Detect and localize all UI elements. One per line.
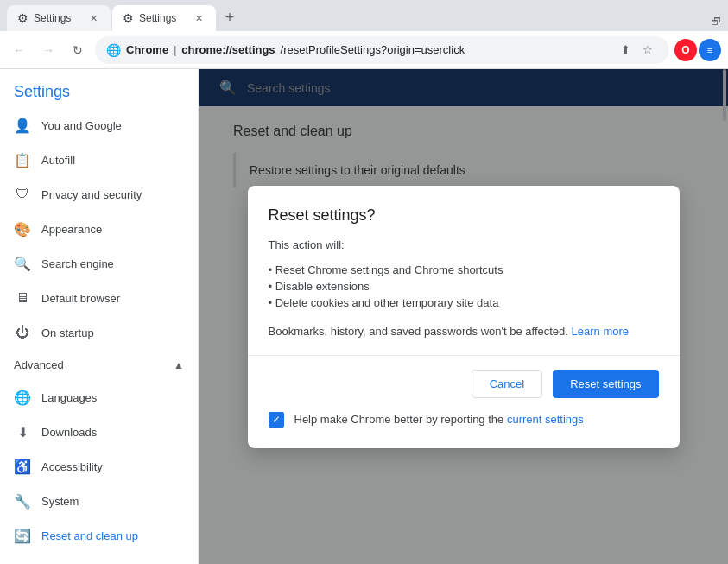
sidebar-item-system[interactable]: 🔧 System [0,484,198,518]
dialog-title: Reset settings? [269,206,659,225]
autofill-icon: 📋 [14,152,31,168]
privacy-icon: 🛡 [14,187,31,202]
refresh-icon: ↻ [73,43,83,57]
address-icons: ⬆ ☆ [615,40,658,60]
overlay: Reset settings? This action will: • Rese… [199,69,728,564]
address-separator: | [174,44,176,56]
tab-title-1: Settings [34,12,81,24]
advanced-expand-icon: ▲ [174,359,184,371]
sidebar-label-accessibility: Accessibility [41,460,184,473]
dialog-checkbox-row: ✓ Help make Chrome better by reporting t… [269,412,659,428]
default-browser-icon: 🖥 [14,290,31,306]
sidebar-item-downloads[interactable]: ⬇ Downloads [0,415,198,449]
dialog-note: Bookmarks, history, and saved passwords … [269,325,659,338]
toolbar-icons: O ≡ [674,39,721,61]
tab-bar: ⚙ Settings ✕ ⚙ Settings ✕ + 🗗 [0,0,728,31]
sidebar: Settings 👤 You and Google 📋 Autofill 🛡 P… [0,69,199,564]
profile-button[interactable]: ≡ [699,39,721,61]
checkbox-text: Help make Chrome better by reporting the… [294,413,584,426]
languages-icon: 🌐 [14,390,31,406]
tab-favicon-2: ⚙ [123,11,134,25]
cancel-button[interactable]: Cancel [472,370,542,398]
sidebar-title: Settings [0,69,198,108]
sidebar-item-accessibility[interactable]: ♿ Accessibility [0,449,198,484]
dialog-list-item-1: • Reset Chrome settings and Chrome short… [269,262,659,278]
refresh-button[interactable]: ↻ [66,38,90,62]
bookmark-icon[interactable]: ☆ [637,40,658,60]
dialog-divider [248,355,680,356]
dialog-note-text: Bookmarks, history, and saved passwords … [269,325,568,338]
learn-more-link[interactable]: Learn more [572,325,629,338]
sidebar-label-appearance: Appearance [41,223,184,236]
address-input[interactable]: 🌐 Chrome | chrome://settings /resetProfi… [95,36,669,64]
address-site: Chrome [126,43,168,56]
checkbox-text-before: Help make Chrome better by reporting the [294,413,504,426]
tab-title-2: Settings [139,12,187,24]
tab-close-1[interactable]: ✕ [86,11,100,25]
sidebar-label-downloads: Downloads [41,426,184,439]
help-chrome-checkbox[interactable]: ✓ [269,412,284,428]
tab-active[interactable]: ⚙ Settings ✕ [112,5,216,31]
sidebar-item-appearance[interactable]: 🎨 Appearance [0,212,198,246]
address-bar: ← → ↻ 🌐 Chrome | chrome://settings /rese… [0,31,728,69]
sidebar-item-autofill[interactable]: 📋 Autofill [0,143,198,177]
tab-favicon-1: ⚙ [17,11,28,25]
dialog-list-item-2: • Disable extensions [269,278,659,295]
sidebar-label-search-engine: Search engine [41,257,184,270]
sidebar-label-privacy: Privacy and security [41,188,184,201]
tab-inactive[interactable]: ⚙ Settings ✕ [7,5,111,31]
main-content: Settings 👤 You and Google 📋 Autofill 🛡 P… [0,69,728,564]
browser-frame: ⚙ Settings ✕ ⚙ Settings ✕ + 🗗 ← → ↻ 🌐 Ch… [0,0,728,564]
sidebar-item-you-google[interactable]: 👤 You and Google [0,108,198,143]
sidebar-item-privacy-security[interactable]: 🛡 Privacy and security [0,177,198,212]
share-icon[interactable]: ⬆ [615,40,636,60]
reset-settings-button[interactable]: Reset settings [553,370,658,398]
sidebar-item-default-browser[interactable]: 🖥 Default browser [0,281,198,315]
forward-button[interactable]: → [36,38,60,62]
on-startup-icon: ⏻ [14,325,31,340]
appearance-icon: 🎨 [14,221,31,238]
tab-bar-right: 🗗 [711,16,721,31]
new-tab-button[interactable]: + [218,5,242,29]
accessibility-icon: ♿ [14,459,31,475]
address-path: /resetProfileSettings?origin=userclick [281,43,465,56]
dialog-list: • Reset Chrome settings and Chrome short… [269,262,659,311]
reset-settings-dialog: Reset settings? This action will: • Rese… [248,186,680,448]
opera-button[interactable]: O [674,39,697,61]
sidebar-item-languages[interactable]: 🌐 Languages [0,380,198,415]
reset-cleanup-icon: 🔄 [14,528,31,544]
sidebar-advanced-label: Advanced [14,358,163,371]
current-settings-link[interactable]: current settings [507,413,584,426]
dialog-subtitle: This action will: [269,238,659,251]
downloads-icon: ⬇ [14,424,31,440]
dialog-actions: Cancel Reset settings [269,370,659,398]
sidebar-label-reset-cleanup: Reset and clean up [41,529,184,542]
search-engine-icon: 🔍 [14,256,31,272]
address-favicon: 🌐 [106,43,121,57]
you-google-icon: 👤 [14,117,31,134]
sidebar-label-autofill: Autofill [41,154,184,167]
sidebar-label-you-google: You and Google [41,119,184,132]
address-bold-path: chrome://settings [181,43,275,56]
sidebar-label-system: System [41,495,184,508]
sidebar-item-search-engine[interactable]: 🔍 Search engine [0,246,198,281]
back-icon: ← [13,43,25,57]
dialog-list-item-3: • Delete cookies and other temporary sit… [269,295,659,311]
sidebar-item-on-startup[interactable]: ⏻ On startup [0,315,198,350]
sidebar-label-on-startup: On startup [41,326,184,339]
system-icon: 🔧 [14,493,31,510]
minimize-icon[interactable]: 🗗 [711,16,721,28]
back-button[interactable]: ← [7,38,31,62]
tab-close-2[interactable]: ✕ [192,11,206,25]
sidebar-label-default-browser: Default browser [41,292,184,305]
sidebar-label-languages: Languages [41,391,184,404]
forward-icon: → [42,43,54,57]
sidebar-advanced-section[interactable]: Advanced ▲ [0,350,198,380]
sidebar-item-reset-cleanup[interactable]: 🔄 Reset and clean up [0,518,198,553]
page-area: 🔍 Search settings Reset and clean up Res… [199,69,728,564]
